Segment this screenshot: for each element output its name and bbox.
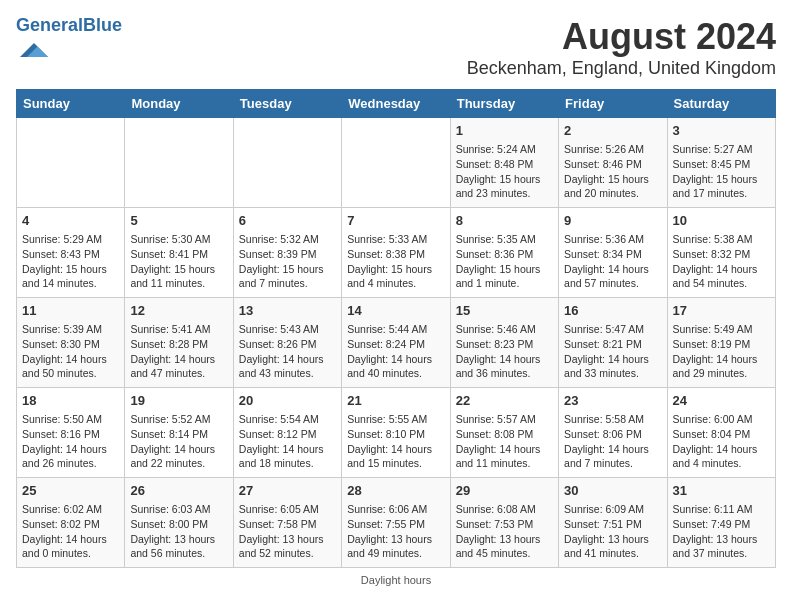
day-info: Sunrise: 5:35 AM Sunset: 8:36 PM Dayligh…: [456, 233, 541, 289]
title-block: August 2024 Beckenham, England, United K…: [467, 16, 776, 79]
cell-4-1: 18Sunrise: 5:50 AM Sunset: 8:16 PM Dayli…: [17, 388, 125, 478]
day-info: Sunrise: 5:52 AM Sunset: 8:14 PM Dayligh…: [130, 413, 215, 469]
subtitle: Beckenham, England, United Kingdom: [467, 58, 776, 79]
cell-5-4: 28Sunrise: 6:06 AM Sunset: 7:55 PM Dayli…: [342, 478, 450, 568]
col-header-thursday: Thursday: [450, 90, 558, 118]
day-number: 1: [456, 122, 553, 140]
day-number: 14: [347, 302, 444, 320]
cell-5-5: 29Sunrise: 6:08 AM Sunset: 7:53 PM Dayli…: [450, 478, 558, 568]
day-number: 6: [239, 212, 336, 230]
day-info: Sunrise: 5:32 AM Sunset: 8:39 PM Dayligh…: [239, 233, 324, 289]
cell-4-6: 23Sunrise: 5:58 AM Sunset: 8:06 PM Dayli…: [559, 388, 667, 478]
cell-3-7: 17Sunrise: 5:49 AM Sunset: 8:19 PM Dayli…: [667, 298, 775, 388]
cell-1-3: [233, 118, 341, 208]
calendar-table: SundayMondayTuesdayWednesdayThursdayFrid…: [16, 89, 776, 568]
day-number: 18: [22, 392, 119, 410]
col-header-friday: Friday: [559, 90, 667, 118]
day-info: Sunrise: 6:09 AM Sunset: 7:51 PM Dayligh…: [564, 503, 649, 559]
day-number: 10: [673, 212, 770, 230]
cell-1-7: 3Sunrise: 5:27 AM Sunset: 8:45 PM Daylig…: [667, 118, 775, 208]
col-header-saturday: Saturday: [667, 90, 775, 118]
day-number: 28: [347, 482, 444, 500]
day-info: Sunrise: 5:55 AM Sunset: 8:10 PM Dayligh…: [347, 413, 432, 469]
logo-general: General: [16, 15, 83, 35]
day-info: Sunrise: 5:36 AM Sunset: 8:34 PM Dayligh…: [564, 233, 649, 289]
cell-1-6: 2Sunrise: 5:26 AM Sunset: 8:46 PM Daylig…: [559, 118, 667, 208]
week-row-1: 1Sunrise: 5:24 AM Sunset: 8:48 PM Daylig…: [17, 118, 776, 208]
day-number: 4: [22, 212, 119, 230]
day-info: Sunrise: 5:47 AM Sunset: 8:21 PM Dayligh…: [564, 323, 649, 379]
cell-5-2: 26Sunrise: 6:03 AM Sunset: 8:00 PM Dayli…: [125, 478, 233, 568]
day-number: 8: [456, 212, 553, 230]
day-number: 7: [347, 212, 444, 230]
day-info: Sunrise: 6:00 AM Sunset: 8:04 PM Dayligh…: [673, 413, 758, 469]
day-number: 26: [130, 482, 227, 500]
day-info: Sunrise: 5:50 AM Sunset: 8:16 PM Dayligh…: [22, 413, 107, 469]
cell-2-7: 10Sunrise: 5:38 AM Sunset: 8:32 PM Dayli…: [667, 208, 775, 298]
week-row-2: 4Sunrise: 5:29 AM Sunset: 8:43 PM Daylig…: [17, 208, 776, 298]
day-info: Sunrise: 5:46 AM Sunset: 8:23 PM Dayligh…: [456, 323, 541, 379]
cell-2-5: 8Sunrise: 5:35 AM Sunset: 8:36 PM Daylig…: [450, 208, 558, 298]
cell-2-2: 5Sunrise: 5:30 AM Sunset: 8:41 PM Daylig…: [125, 208, 233, 298]
cell-3-2: 12Sunrise: 5:41 AM Sunset: 8:28 PM Dayli…: [125, 298, 233, 388]
day-number: 30: [564, 482, 661, 500]
day-info: Sunrise: 5:33 AM Sunset: 8:38 PM Dayligh…: [347, 233, 432, 289]
day-info: Sunrise: 5:41 AM Sunset: 8:28 PM Dayligh…: [130, 323, 215, 379]
day-info: Sunrise: 5:43 AM Sunset: 8:26 PM Dayligh…: [239, 323, 324, 379]
cell-3-3: 13Sunrise: 5:43 AM Sunset: 8:26 PM Dayli…: [233, 298, 341, 388]
cell-2-3: 6Sunrise: 5:32 AM Sunset: 8:39 PM Daylig…: [233, 208, 341, 298]
day-info: Sunrise: 6:11 AM Sunset: 7:49 PM Dayligh…: [673, 503, 758, 559]
day-info: Sunrise: 5:24 AM Sunset: 8:48 PM Dayligh…: [456, 143, 541, 199]
day-number: 2: [564, 122, 661, 140]
cell-5-3: 27Sunrise: 6:05 AM Sunset: 7:58 PM Dayli…: [233, 478, 341, 568]
cell-5-6: 30Sunrise: 6:09 AM Sunset: 7:51 PM Dayli…: [559, 478, 667, 568]
col-header-tuesday: Tuesday: [233, 90, 341, 118]
day-number: 17: [673, 302, 770, 320]
cell-3-1: 11Sunrise: 5:39 AM Sunset: 8:30 PM Dayli…: [17, 298, 125, 388]
col-header-monday: Monday: [125, 90, 233, 118]
cell-3-5: 15Sunrise: 5:46 AM Sunset: 8:23 PM Dayli…: [450, 298, 558, 388]
cell-2-4: 7Sunrise: 5:33 AM Sunset: 8:38 PM Daylig…: [342, 208, 450, 298]
day-number: 24: [673, 392, 770, 410]
week-row-5: 25Sunrise: 6:02 AM Sunset: 8:02 PM Dayli…: [17, 478, 776, 568]
day-info: Sunrise: 6:05 AM Sunset: 7:58 PM Dayligh…: [239, 503, 324, 559]
day-info: Sunrise: 5:54 AM Sunset: 8:12 PM Dayligh…: [239, 413, 324, 469]
cell-4-7: 24Sunrise: 6:00 AM Sunset: 8:04 PM Dayli…: [667, 388, 775, 478]
logo-blue: Blue: [83, 15, 122, 35]
day-number: 27: [239, 482, 336, 500]
cell-5-1: 25Sunrise: 6:02 AM Sunset: 8:02 PM Dayli…: [17, 478, 125, 568]
week-row-3: 11Sunrise: 5:39 AM Sunset: 8:30 PM Dayli…: [17, 298, 776, 388]
footer-note: Daylight hours: [16, 574, 776, 586]
day-info: Sunrise: 6:08 AM Sunset: 7:53 PM Dayligh…: [456, 503, 541, 559]
cell-4-4: 21Sunrise: 5:55 AM Sunset: 8:10 PM Dayli…: [342, 388, 450, 478]
cell-2-6: 9Sunrise: 5:36 AM Sunset: 8:34 PM Daylig…: [559, 208, 667, 298]
day-number: 20: [239, 392, 336, 410]
day-number: 5: [130, 212, 227, 230]
logo-text: GeneralBlue: [16, 16, 122, 36]
day-number: 21: [347, 392, 444, 410]
cell-1-1: [17, 118, 125, 208]
cell-4-3: 20Sunrise: 5:54 AM Sunset: 8:12 PM Dayli…: [233, 388, 341, 478]
cell-2-1: 4Sunrise: 5:29 AM Sunset: 8:43 PM Daylig…: [17, 208, 125, 298]
cell-3-6: 16Sunrise: 5:47 AM Sunset: 8:21 PM Dayli…: [559, 298, 667, 388]
logo-icon: [20, 36, 48, 64]
logo: GeneralBlue: [16, 16, 122, 68]
day-info: Sunrise: 5:39 AM Sunset: 8:30 PM Dayligh…: [22, 323, 107, 379]
day-number: 22: [456, 392, 553, 410]
day-info: Sunrise: 5:58 AM Sunset: 8:06 PM Dayligh…: [564, 413, 649, 469]
day-number: 13: [239, 302, 336, 320]
day-info: Sunrise: 6:02 AM Sunset: 8:02 PM Dayligh…: [22, 503, 107, 559]
main-title: August 2024: [467, 16, 776, 58]
cell-3-4: 14Sunrise: 5:44 AM Sunset: 8:24 PM Dayli…: [342, 298, 450, 388]
col-header-sunday: Sunday: [17, 90, 125, 118]
week-row-4: 18Sunrise: 5:50 AM Sunset: 8:16 PM Dayli…: [17, 388, 776, 478]
day-number: 31: [673, 482, 770, 500]
day-info: Sunrise: 5:27 AM Sunset: 8:45 PM Dayligh…: [673, 143, 758, 199]
day-info: Sunrise: 5:49 AM Sunset: 8:19 PM Dayligh…: [673, 323, 758, 379]
day-info: Sunrise: 6:03 AM Sunset: 8:00 PM Dayligh…: [130, 503, 215, 559]
cell-5-7: 31Sunrise: 6:11 AM Sunset: 7:49 PM Dayli…: [667, 478, 775, 568]
day-info: Sunrise: 5:44 AM Sunset: 8:24 PM Dayligh…: [347, 323, 432, 379]
day-number: 23: [564, 392, 661, 410]
cell-1-5: 1Sunrise: 5:24 AM Sunset: 8:48 PM Daylig…: [450, 118, 558, 208]
day-info: Sunrise: 6:06 AM Sunset: 7:55 PM Dayligh…: [347, 503, 432, 559]
